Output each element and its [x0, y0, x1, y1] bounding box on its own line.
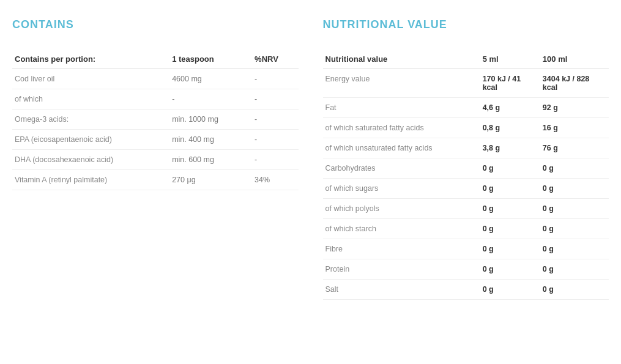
contains-table: Contains per portion: 1 teaspoon %NRV Co…	[12, 50, 299, 190]
nutritional-cell-6-1: 0 g	[480, 199, 540, 219]
nutritional-title: NUTRITIONAL VALUE	[323, 18, 609, 31]
nutritional-cell-7-0: of which starch	[323, 219, 480, 239]
contains-cell-1-0: of which	[12, 89, 169, 110]
nutritional-cell-9-0: Protein	[323, 259, 480, 280]
nutritional-cell-5-2: 0 g	[540, 179, 609, 199]
table-row: Carbohydrates0 g0 g	[323, 158, 609, 179]
contains-header-row: Contains per portion: 1 teaspoon %NRV	[12, 50, 299, 69]
table-row: of which--	[12, 89, 299, 110]
table-row: Omega-3 acids:min. 1000 mg-	[12, 110, 299, 130]
table-row: Fat4,6 g92 g	[323, 98, 609, 118]
table-row: Vitamin A (retinyl palmitate)270 μg34%	[12, 170, 299, 190]
contains-cell-3-1: min. 400 mg	[169, 130, 252, 150]
contains-cell-0-2: -	[252, 69, 298, 89]
nutritional-header-row: Nutritional value 5 ml 100 ml	[323, 50, 609, 69]
nutritional-cell-3-1: 3,8 g	[480, 138, 540, 158]
contains-cell-2-1: min. 1000 mg	[169, 110, 252, 130]
contains-section: CONTAINS Contains per portion: 1 teaspoo…	[12, 18, 299, 300]
table-row: Cod liver oil4600 mg-	[12, 69, 299, 89]
table-row: Energy value170 kJ / 41 kcal3404 kJ / 82…	[323, 69, 609, 98]
contains-col-header-0: Contains per portion:	[12, 50, 169, 69]
contains-cell-3-0: EPA (eicosapentaenoic acid)	[12, 130, 169, 150]
table-row: DHA (docosahexaenoic acid)min. 600 mg-	[12, 150, 299, 170]
nutritional-cell-3-2: 76 g	[540, 138, 609, 158]
page-wrapper: CONTAINS Contains per portion: 1 teaspoo…	[12, 18, 609, 300]
contains-cell-0-1: 4600 mg	[169, 69, 252, 89]
table-row: of which saturated fatty acids0,8 g16 g	[323, 118, 609, 138]
nutritional-cell-1-2: 92 g	[540, 98, 609, 118]
contains-cell-2-2: -	[252, 110, 298, 130]
contains-cell-1-2: -	[252, 89, 298, 110]
contains-cell-4-1: min. 600 mg	[169, 150, 252, 170]
nutritional-cell-1-1: 4,6 g	[480, 98, 540, 118]
nutritional-cell-9-1: 0 g	[480, 259, 540, 280]
nutritional-cell-8-2: 0 g	[540, 239, 609, 259]
nutritional-cell-5-1: 0 g	[480, 179, 540, 199]
nutritional-cell-3-0: of which unsaturated fatty acids	[323, 138, 480, 158]
nutritional-cell-10-0: Salt	[323, 280, 480, 300]
contains-cell-5-2: 34%	[252, 170, 298, 190]
contains-cell-2-0: Omega-3 acids:	[12, 110, 169, 130]
nutritional-col-header-2: 100 ml	[540, 50, 609, 69]
nutritional-section: NUTRITIONAL VALUE Nutritional value 5 ml…	[323, 18, 609, 300]
contains-table-wrapper: Contains per portion: 1 teaspoon %NRV Co…	[12, 50, 299, 190]
contains-cell-0-0: Cod liver oil	[12, 69, 169, 89]
nutritional-col-header-0: Nutritional value	[323, 50, 480, 69]
contains-title: CONTAINS	[12, 18, 299, 31]
table-row: of which starch0 g0 g	[323, 219, 609, 239]
nutritional-cell-7-2: 0 g	[540, 219, 609, 239]
table-row: of which polyols0 g0 g	[323, 199, 609, 219]
nutritional-cell-6-2: 0 g	[540, 199, 609, 219]
table-row: of which sugars0 g0 g	[323, 179, 609, 199]
nutritional-cell-8-1: 0 g	[480, 239, 540, 259]
contains-cell-4-0: DHA (docosahexaenoic acid)	[12, 150, 169, 170]
nutritional-cell-2-0: of which saturated fatty acids	[323, 118, 480, 138]
nutritional-cell-1-0: Fat	[323, 98, 480, 118]
contains-cell-3-2: -	[252, 130, 298, 150]
contains-cell-1-1: -	[169, 89, 252, 110]
nutritional-table-wrapper: Nutritional value 5 ml 100 ml Energy val…	[323, 50, 609, 300]
contains-cell-5-1: 270 μg	[169, 170, 252, 190]
contains-col-header-2: %NRV	[252, 50, 298, 69]
nutritional-cell-10-1: 0 g	[480, 280, 540, 300]
nutritional-cell-6-0: of which polyols	[323, 199, 480, 219]
table-row: Salt0 g0 g	[323, 280, 609, 300]
contains-cell-4-2: -	[252, 150, 298, 170]
nutritional-cell-5-0: of which sugars	[323, 179, 480, 199]
nutritional-cell-2-1: 0,8 g	[480, 118, 540, 138]
table-row: Fibre0 g0 g	[323, 239, 609, 259]
nutritional-cell-0-1: 170 kJ / 41 kcal	[480, 69, 540, 98]
nutritional-cell-0-0: Energy value	[323, 69, 480, 98]
nutritional-table: Nutritional value 5 ml 100 ml Energy val…	[323, 50, 609, 300]
table-row: of which unsaturated fatty acids3,8 g76 …	[323, 138, 609, 158]
nutritional-cell-9-2: 0 g	[540, 259, 609, 280]
table-row: EPA (eicosapentaenoic acid)min. 400 mg-	[12, 130, 299, 150]
contains-col-header-1: 1 teaspoon	[169, 50, 252, 69]
nutritional-cell-4-0: Carbohydrates	[323, 158, 480, 179]
nutritional-cell-8-0: Fibre	[323, 239, 480, 259]
nutritional-cell-7-1: 0 g	[480, 219, 540, 239]
contains-cell-5-0: Vitamin A (retinyl palmitate)	[12, 170, 169, 190]
nutritional-col-header-1: 5 ml	[480, 50, 540, 69]
nutritional-cell-4-1: 0 g	[480, 158, 540, 179]
nutritional-cell-0-2: 3404 kJ / 828 kcal	[540, 69, 609, 98]
nutritional-cell-2-2: 16 g	[540, 118, 609, 138]
table-row: Protein0 g0 g	[323, 259, 609, 280]
nutritional-cell-10-2: 0 g	[540, 280, 609, 300]
nutritional-cell-4-2: 0 g	[540, 158, 609, 179]
